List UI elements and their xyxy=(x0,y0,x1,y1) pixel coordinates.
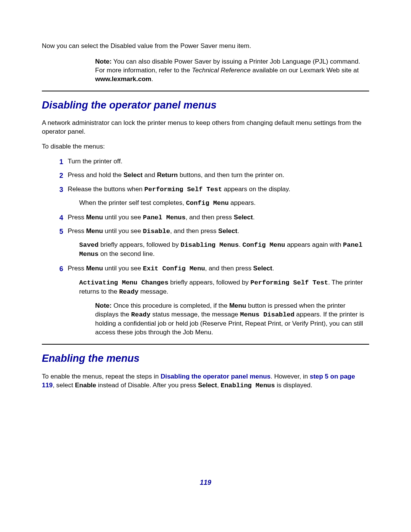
note-block-1: Note: You can also disable Power Saver b… xyxy=(95,58,369,84)
mono-text: Disable xyxy=(143,228,170,235)
mono-text: Enabling Menus xyxy=(221,382,275,389)
text: appears on the display. xyxy=(222,185,290,193)
step-2: 2 Press and hold the Select and Return b… xyxy=(53,171,369,180)
divider xyxy=(42,91,369,91)
step-text: Press Menu until you see Panel Menus, an… xyxy=(68,213,369,222)
mono-text: Saved xyxy=(79,241,99,249)
step-sub-text: Saved briefly appears, followed by Disab… xyxy=(79,241,369,259)
note-text: . xyxy=(151,75,153,83)
step-6: 6 Press Menu until you see Exit Config M… xyxy=(53,264,369,273)
text: . xyxy=(272,265,274,272)
text: is displayed. xyxy=(275,382,312,389)
note-block-2: Note: Once this procedure is completed, … xyxy=(95,302,369,337)
bold-text: Menu xyxy=(86,227,103,235)
bold-text: Select xyxy=(234,214,253,221)
document-page: Now you can select the Disabled value fr… xyxy=(0,0,411,502)
intro-text: Now you can select the Disabled value fr… xyxy=(42,42,369,51)
step-list: 1 Turn the printer off. 2 Press and hold… xyxy=(53,157,369,296)
paragraph: To disable the menus: xyxy=(42,142,369,151)
step-text: Press and hold the Select and Return but… xyxy=(68,171,369,180)
bold-text: Select xyxy=(253,265,272,272)
text: status message, the message xyxy=(151,311,240,318)
note-text: available on our Lexmark Web site at xyxy=(251,67,359,74)
step-text: Turn the printer off. xyxy=(68,157,369,166)
section-title-disabling: Disabling the operator panel menus xyxy=(42,98,369,112)
text: instead of Disable. After you press xyxy=(96,382,198,389)
mono-text: Performing Self Test xyxy=(144,186,222,193)
mono-text: Panel Menus xyxy=(143,214,185,221)
step-number: 2 xyxy=(53,171,63,180)
text: Press xyxy=(68,265,86,272)
text: Press xyxy=(68,214,86,221)
mono-text: Config Menu xyxy=(186,200,229,207)
text: appears again with xyxy=(285,241,343,248)
step-5: 5 Press Menu until you see Disable, and … xyxy=(53,227,369,236)
text: appears. xyxy=(229,199,256,206)
step-4: 4 Press Menu until you see Panel Menus, … xyxy=(53,213,369,222)
step-text: Release the buttons when Performing Self… xyxy=(68,185,369,194)
step-text: Press Menu until you see Exit Config Men… xyxy=(68,264,369,273)
mono-text: Activating Menu Changes xyxy=(79,279,169,286)
bold-text: Menu xyxy=(86,265,103,272)
note-italic: Technical Reference xyxy=(192,67,250,74)
note-label: Note: xyxy=(95,302,112,309)
step-sub-text: Activating Menu Changes briefly appears,… xyxy=(79,278,369,297)
page-number: 119 xyxy=(42,478,369,487)
bold-text: Enable xyxy=(75,382,96,389)
text: . xyxy=(239,241,242,248)
paragraph: To enable the menus, repeat the steps in… xyxy=(42,372,369,390)
step-number: 3 xyxy=(53,185,63,194)
step-number: 5 xyxy=(53,227,63,236)
mono-text: Ready xyxy=(131,311,151,318)
bold-text: Select xyxy=(198,382,217,389)
text: , and then press xyxy=(186,214,234,221)
text: Press and hold the xyxy=(68,171,123,179)
text: Release the buttons when xyxy=(68,185,144,193)
mono-text: Ready xyxy=(119,288,139,296)
text: To enable the menus, repeat the steps in xyxy=(42,373,161,380)
text: briefly appears, followed by xyxy=(99,241,180,248)
note-label: Note: xyxy=(95,58,112,65)
step-sub-text: When the printer self test completes, Co… xyxy=(79,199,369,208)
text: and xyxy=(143,171,157,179)
step-1: 1 Turn the printer off. xyxy=(53,157,369,166)
text: buttons, and then turn the printer on. xyxy=(178,171,284,179)
text: Press xyxy=(68,227,86,235)
step-number: 4 xyxy=(53,213,63,222)
divider xyxy=(42,344,369,345)
text: . However, in xyxy=(271,373,310,380)
paragraph: A network administrator can lock the pri… xyxy=(42,119,369,136)
text: . xyxy=(237,227,239,235)
mono-text: Performing Self Test xyxy=(250,279,328,286)
step-number: 1 xyxy=(53,157,63,166)
bold-text: Select xyxy=(123,171,142,179)
text: message. xyxy=(139,288,168,295)
text: until you see xyxy=(103,265,143,272)
text: until you see xyxy=(103,227,143,235)
text: When the printer self test completes, xyxy=(79,199,186,206)
bold-text: Menu xyxy=(229,302,246,309)
text: until you see xyxy=(103,214,143,221)
bold-text: Return xyxy=(157,171,178,179)
section-title-enabling: Enabling the menus xyxy=(42,351,369,365)
mono-text: Exit Config Menu xyxy=(143,265,205,272)
step-number: 6 xyxy=(53,264,63,273)
bold-text: Menu xyxy=(86,214,103,221)
text: briefly appears, followed by xyxy=(169,279,250,286)
text: , select xyxy=(53,382,75,389)
text: , and then press xyxy=(205,265,253,272)
text: on the second line. xyxy=(99,250,155,257)
mono-text: Disabling Menus xyxy=(180,241,239,249)
step-text: Press Menu until you see Disable, and th… xyxy=(68,227,369,236)
text: , xyxy=(217,382,220,389)
text: Once this procedure is completed, if the xyxy=(112,302,229,309)
website-link[interactable]: www.lexmark.com xyxy=(95,75,151,83)
bold-text: Select xyxy=(218,227,237,235)
step-3: 3 Release the buttons when Performing Se… xyxy=(53,185,369,194)
mono-text: Config Menu xyxy=(242,241,285,249)
text: . xyxy=(253,214,255,221)
text: , and then press xyxy=(170,227,218,235)
cross-reference-link[interactable]: Disabling the operator panel menus xyxy=(161,373,271,380)
mono-text: Menus Disabled xyxy=(240,311,295,318)
